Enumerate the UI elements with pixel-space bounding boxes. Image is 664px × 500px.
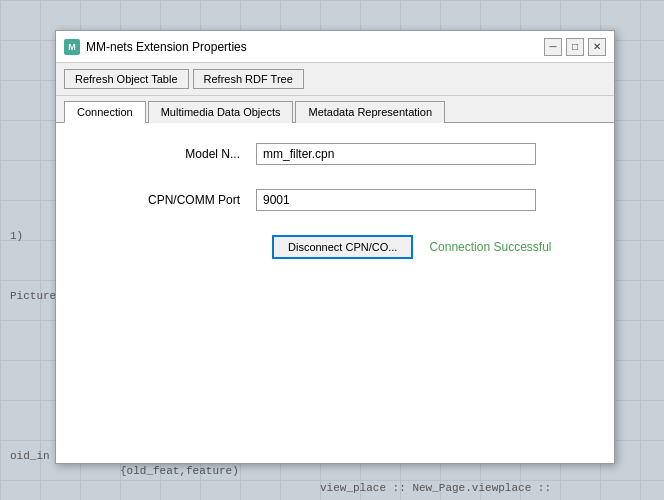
dialog-window: M MM-nets Extension Properties ─ □ ✕ Ref… — [55, 30, 615, 464]
tab-bar: Connection Multimedia Data Objects Metad… — [56, 96, 614, 123]
tab-metadata[interactable]: Metadata Representation — [295, 101, 445, 123]
minimize-button[interactable]: ─ — [544, 38, 562, 56]
bg-text-5: view_place :: New_Page.viewplace :: — [320, 482, 551, 494]
close-button[interactable]: ✕ — [588, 38, 606, 56]
connection-tab-content: Model N... CPN/COMM Port Disconnect CPN/… — [56, 123, 614, 463]
tab-connection[interactable]: Connection — [64, 101, 146, 123]
dialog-title: MM-nets Extension Properties — [86, 40, 544, 54]
title-bar: M MM-nets Extension Properties ─ □ ✕ — [56, 31, 614, 63]
model-name-row: Model N... — [76, 143, 594, 165]
refresh-rdf-tree-button[interactable]: Refresh RDF Tree — [193, 69, 304, 89]
model-name-input[interactable] — [256, 143, 536, 165]
app-icon: M — [64, 39, 80, 55]
bg-text-1: 1) — [10, 230, 23, 242]
model-name-label: Model N... — [136, 147, 256, 161]
maximize-button[interactable]: □ — [566, 38, 584, 56]
toolbar: Refresh Object Table Refresh RDF Tree — [56, 63, 614, 96]
disconnect-button[interactable]: Disconnect CPN/CO... — [272, 235, 413, 259]
cpn-comm-port-row: CPN/COMM Port — [76, 189, 594, 211]
disconnect-row: Disconnect CPN/CO... Connection Successf… — [76, 235, 594, 259]
title-bar-controls: ─ □ ✕ — [544, 38, 606, 56]
bg-text-4: {old_feat,feature) — [120, 465, 239, 477]
tab-multimedia[interactable]: Multimedia Data Objects — [148, 101, 294, 123]
cpn-comm-port-input[interactable] — [256, 189, 536, 211]
connection-status: Connection Successful — [429, 240, 551, 254]
refresh-object-table-button[interactable]: Refresh Object Table — [64, 69, 189, 89]
bg-text-3: oid_in — [10, 450, 50, 462]
cpn-comm-port-label: CPN/COMM Port — [136, 193, 256, 207]
